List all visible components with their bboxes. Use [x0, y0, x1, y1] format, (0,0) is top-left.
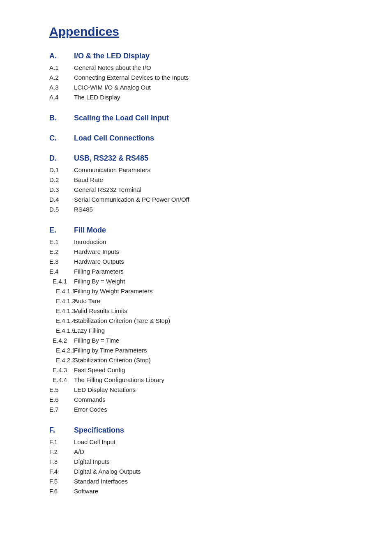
toc-number: E.4.1.3	[49, 306, 74, 316]
section-letter: F.	[49, 426, 74, 435]
section-header: E.Fill Mode	[49, 226, 359, 235]
section-title: Fill Mode	[74, 226, 106, 235]
toc-number: A.2	[49, 73, 74, 83]
toc-number: A.1	[49, 63, 74, 73]
toc-label: Hardware Outputs	[74, 257, 124, 267]
toc-label: Stabilization Criterion (Tare & Stop)	[74, 316, 170, 326]
toc-number: E.4.3	[49, 365, 74, 375]
toc-label: Filling Parameters	[74, 267, 124, 276]
toc-label: The Filling Configurations Library	[74, 375, 164, 385]
toc-item: F.2A/D	[49, 447, 359, 457]
toc-number: A.3	[49, 83, 74, 92]
toc-label: Filling by Weight Parameters	[74, 286, 152, 296]
section-c: C.Load Cell Connections	[49, 134, 359, 143]
toc-number: E.4.1.1	[49, 286, 74, 296]
toc-number: F.1	[49, 437, 74, 447]
toc-label: Stabilization Criterion (Stop)	[74, 355, 151, 365]
section-header: F.Specifications	[49, 426, 359, 435]
toc-number: E.4.2.2	[49, 355, 74, 365]
toc-item: A.1General Notes about the I/O	[49, 63, 359, 73]
toc-item: E.4.2Filling By = Time	[49, 336, 359, 345]
toc-label: Auto Tare	[74, 296, 100, 306]
toc-label: Connecting External Devices to the Input…	[74, 73, 189, 83]
section-b: B.Scaling the Load Cell Input	[49, 114, 359, 122]
toc-number: E.7	[49, 405, 74, 415]
toc-number: F.4	[49, 467, 74, 477]
toc-number: E.4.2	[49, 336, 74, 345]
toc-number: E.4.1.2	[49, 296, 74, 306]
section-d: D.USB, RS232 & RS485D.1Communication Par…	[49, 154, 359, 214]
toc-number: A.4	[49, 92, 74, 102]
toc-number: E.4.2.1	[49, 345, 74, 355]
toc-number: F.2	[49, 447, 74, 457]
toc-label: Hardware Inputs	[74, 247, 119, 257]
toc-number: E.2	[49, 247, 74, 257]
toc-item: E.6Commands	[49, 395, 359, 405]
toc-label: RS485	[74, 205, 93, 214]
toc-number: E.6	[49, 395, 74, 405]
toc-item: E.2Hardware Inputs	[49, 247, 359, 257]
toc-item: A.3LCIC-WIM I/O & Analog Out	[49, 83, 359, 92]
toc-number: E.5	[49, 385, 74, 395]
toc-number: D.5	[49, 205, 74, 214]
toc-item: E.5LED Display Notations	[49, 385, 359, 395]
toc-label: Introduction	[74, 237, 106, 247]
toc-item: D.3General RS232 Terminal	[49, 185, 359, 195]
toc-label: LED Display Notations	[74, 385, 136, 395]
toc-item: E.4.1.3Valid Results Limits	[49, 306, 359, 316]
toc-label: General Notes about the I/O	[74, 63, 151, 73]
section-title: USB, RS232 & RS485	[74, 154, 148, 163]
toc-item: E.4.1.5Lazy Filling	[49, 326, 359, 336]
toc-number: D.2	[49, 175, 74, 185]
toc-number: E.4.1.5	[49, 326, 74, 336]
toc-item: F.3Digital Inputs	[49, 457, 359, 467]
section-header: C.Load Cell Connections	[49, 134, 359, 143]
section-letter: E.	[49, 226, 74, 235]
section-header: D.USB, RS232 & RS485	[49, 154, 359, 163]
toc-item: F.5Standard Interfaces	[49, 477, 359, 486]
toc-item: E.4.4The Filling Configurations Library	[49, 375, 359, 385]
toc-label: Load Cell Input	[74, 437, 115, 447]
toc-label: Error Codes	[74, 405, 107, 415]
toc-number: E.4	[49, 267, 74, 276]
section-header: B.Scaling the Load Cell Input	[49, 114, 359, 122]
page-title: Appendices	[49, 25, 359, 39]
toc-item: E.3Hardware Outputs	[49, 257, 359, 267]
section-title: Specifications	[74, 426, 124, 435]
toc-label: Serial Communication & PC Power On/Off	[74, 195, 189, 205]
toc-label: Software	[74, 486, 98, 496]
toc-item: E.7Error Codes	[49, 405, 359, 415]
toc-label: Filling by Time Parameters	[74, 345, 147, 355]
toc-item: F.4Digital & Analog Outputs	[49, 467, 359, 477]
toc-label: Filling By = Weight	[74, 276, 125, 286]
toc-item: E.4.1.4Stabilization Criterion (Tare & S…	[49, 316, 359, 326]
toc-label: General RS232 Terminal	[74, 185, 141, 195]
section-a: A.I/O & the LED DisplayA.1General Notes …	[49, 52, 359, 102]
toc-item: E.4.2.1Filling by Time Parameters	[49, 345, 359, 355]
toc-item: E.1Introduction	[49, 237, 359, 247]
toc-number: D.1	[49, 165, 74, 175]
toc-number: E.3	[49, 257, 74, 267]
toc-item: E.4.3Fast Speed Config	[49, 365, 359, 375]
toc-item: E.4.2.2Stabilization Criterion (Stop)	[49, 355, 359, 365]
toc-number: F.3	[49, 457, 74, 467]
toc-label: Baud Rate	[74, 175, 103, 185]
toc-item: E.4.1Filling By = Weight	[49, 276, 359, 286]
toc-label: Lazy Filling	[74, 326, 105, 336]
toc-number: F.5	[49, 477, 74, 486]
section-letter: B.	[49, 114, 74, 122]
toc-label: LCIC-WIM I/O & Analog Out	[74, 83, 151, 92]
toc-number: D.3	[49, 185, 74, 195]
section-letter: C.	[49, 134, 74, 143]
section-title: Load Cell Connections	[74, 134, 154, 143]
toc-label: Fast Speed Config	[74, 365, 125, 375]
toc-label: A/D	[74, 447, 84, 457]
toc-label: Commands	[74, 395, 106, 405]
toc-item: F.1Load Cell Input	[49, 437, 359, 447]
toc-item: D.2Baud Rate	[49, 175, 359, 185]
toc-number: E.4.1	[49, 276, 74, 286]
toc-item: F.6Software	[49, 486, 359, 496]
toc-item: D.5RS485	[49, 205, 359, 214]
section-letter: D.	[49, 154, 74, 163]
toc-label: Standard Interfaces	[74, 477, 128, 486]
